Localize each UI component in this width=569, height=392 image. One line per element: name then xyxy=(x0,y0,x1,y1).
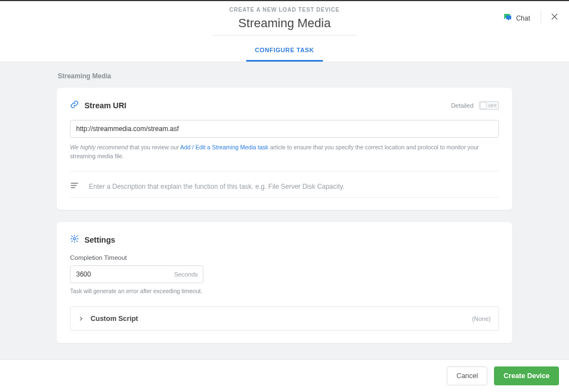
hint-link[interactable]: Add / Edit a Streaming Media task xyxy=(180,144,268,150)
divider-line xyxy=(70,171,499,172)
toggle-state-text: OFF xyxy=(488,104,497,108)
chevron-right-icon xyxy=(78,314,84,324)
custom-script-status: (None) xyxy=(472,315,491,322)
breadcrumb: Streaming Media xyxy=(57,72,512,80)
stream-uri-title: Stream URI xyxy=(84,101,126,110)
description-icon xyxy=(70,181,79,192)
gear-icon xyxy=(70,234,79,245)
timeout-label: Completion Timeout xyxy=(70,254,499,261)
timeout-help: Task will generate an error after exceed… xyxy=(70,288,499,294)
super-title: CREATE A NEW LOAD TEST DEVICE xyxy=(0,7,569,13)
hint-emphasis: We highly recommend xyxy=(70,144,128,150)
footer-bar: Cancel Create Device xyxy=(0,359,569,392)
stream-uri-hint: We highly recommend that you review our … xyxy=(70,143,499,161)
custom-script-expander[interactable]: Custom Script (None) xyxy=(70,306,499,331)
svg-point-0 xyxy=(73,238,76,240)
timeout-unit: Seconds xyxy=(174,271,198,278)
tab-configure-task[interactable]: CONFIGURE TASK xyxy=(246,41,323,62)
hint-mid: that you review our xyxy=(128,144,180,150)
stream-uri-card: Stream URI Detailed OFF We highly recomm… xyxy=(57,88,512,210)
description-input[interactable] xyxy=(89,179,499,194)
settings-title: Settings xyxy=(84,235,115,244)
create-device-button[interactable]: Create Device xyxy=(494,366,559,385)
detailed-label: Detailed xyxy=(451,102,473,109)
link-icon xyxy=(70,100,79,111)
settings-card: Settings Completion Timeout Seconds Task… xyxy=(57,222,512,343)
toggle-knob xyxy=(480,102,487,109)
page-title: Streaming Media xyxy=(0,16,569,41)
stream-uri-input[interactable] xyxy=(70,120,499,138)
custom-script-title: Custom Script xyxy=(91,315,138,323)
cancel-button[interactable]: Cancel xyxy=(447,366,487,385)
detailed-toggle[interactable]: OFF xyxy=(479,101,499,110)
